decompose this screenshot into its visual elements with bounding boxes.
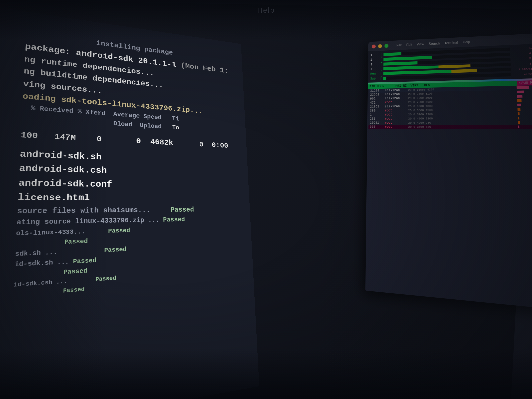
cpu-value-2: 4.1] [512,52,532,56]
table-row: 568 root 20 0 3800 800 [368,125,532,129]
menu-file[interactable]: File [395,43,404,47]
right-terminal-window: File Edit View Search Terminal Help 1 [ … [365,33,532,309]
proc-nums: 20 0 5200 1200 [408,112,516,116]
window-menu-bar: File Edit View Search Terminal Help [395,40,472,47]
menu-search[interactable]: Search [427,41,442,46]
proc-nums: 20 0 4200 900 [408,121,517,124]
proc-bar [517,107,532,111]
maximize-button[interactable] [384,44,388,48]
cpu-label-4: 4 [370,67,379,71]
cpu-label-2: 2 [370,58,379,61]
table-row: 231 root 20 0 4800 1100 [369,116,532,121]
menu-view[interactable]: View [415,42,426,46]
cpu-label-1: 1 [370,53,379,57]
proc-bar [518,112,532,116]
proc-bar [517,94,532,98]
cpu-value-4: 3.8] [512,62,532,66]
proc-pid: 568 [370,125,383,129]
proc-pid: 1 [370,113,384,117]
proc-header-right: CPU% MEM% [517,80,532,86]
swp-value: 0G/31.4G [512,72,532,76]
menu-edit[interactable]: Edit [404,43,414,47]
proc-bar [518,121,532,124]
term-line-license: license.html [17,191,235,205]
mem-label: Mem [370,72,379,76]
proc-bar [518,116,532,120]
help-menu-hint: Help [257,6,275,15]
proc-user: saikiran [385,88,407,92]
proc-pid: 10981 [370,121,383,124]
proc-user: root [385,117,407,121]
proc-user: saikiran [385,97,407,100]
proc-user: root [385,121,407,125]
screen: Help installing package package: android… [0,0,532,399]
close-button[interactable] [372,44,376,48]
swp-label: Swp [370,77,379,80]
proc-pid: 380 [370,109,384,113]
proc-nums: 20 0 3800 800 [408,125,517,129]
proc-pid: 31208 [370,89,384,93]
proc-pid: 902 [370,97,384,101]
proc-user: saikiran [385,92,407,96]
proc-nums: 20 0 5800 1500 [408,108,516,112]
proc-user: saikiran [385,105,407,108]
table-row: 10981 root 20 0 4200 900 [369,120,532,125]
proc-pid: 21853 [370,105,384,109]
proc-bar [517,86,532,90]
proc-nums: 20 0 4800 1100 [408,117,516,120]
cpu-value-3: 5.3] [512,57,532,61]
proc-user: root [385,101,407,104]
proc-bar [517,99,532,103]
cpu-value-1: 6.0] [511,46,532,51]
minimize-button[interactable] [378,44,382,48]
mem-value: 2.89G/31.4G [512,67,532,71]
proc-pid: 22651 [370,93,384,97]
menu-terminal[interactable]: Terminal [442,40,460,45]
proc-user: root [385,113,407,117]
proc-pid: 231 [370,117,383,120]
proc-user: root [385,109,407,112]
process-table: 31208 saikiran 20 0 10000 4238 22651 sai… [367,85,532,129]
left-terminal-panel: installing package package: android-sdk … [0,6,259,399]
proc-pid: 472 [370,101,384,105]
cpu-label-3: 3 [370,63,379,66]
proc-bar [517,90,532,94]
proc-bar [518,125,532,129]
menu-help[interactable]: Help [461,40,472,44]
proc-user: root [385,125,407,129]
proc-bar [517,103,532,107]
